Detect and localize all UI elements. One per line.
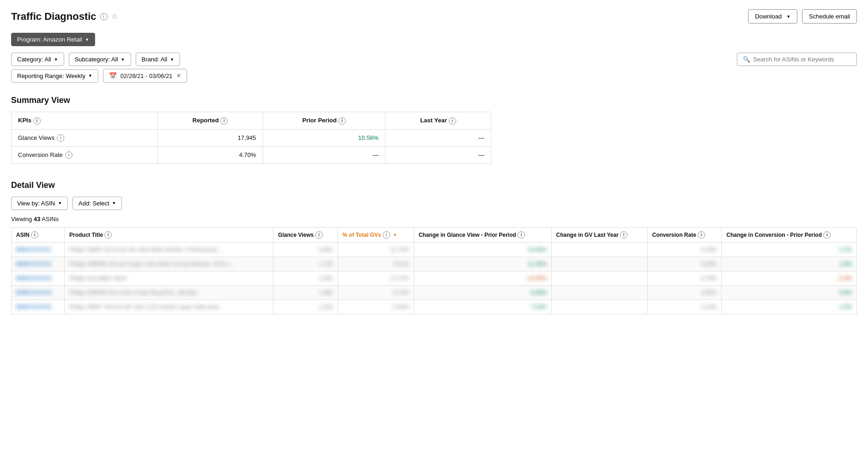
- summary-lastyear-cell: —: [385, 146, 491, 163]
- subcategory-label: Subcategory: All: [75, 56, 118, 63]
- gv-info-icon[interactable]: i: [315, 231, 323, 239]
- subcategory-filter-button[interactable]: Subcategory: All ▼: [69, 53, 131, 66]
- product-title-cell: Philips 439P9H 43.4-inch 4-Year BusyPlus…: [64, 285, 273, 300]
- view-by-chevron: ▼: [58, 201, 62, 205]
- kpi-info-icon[interactable]: i: [57, 134, 64, 142]
- table-row: B08XXXXXX2 Philips 499P9H 49-inch Super …: [12, 257, 857, 271]
- date-range-clear-icon[interactable]: ✕: [176, 72, 181, 79]
- col-glance-views: Glance Views i: [273, 227, 338, 242]
- change-last-year-cell: [551, 242, 647, 257]
- date-range-value: 02/28/21 - 03/06/21: [121, 72, 173, 79]
- header-actions: Download Schedule email: [748, 9, 857, 24]
- conversion-rate-cell: 4.70%: [647, 271, 722, 285]
- page-title: Traffic Diagnostic: [11, 11, 96, 23]
- reporting-range-label: Reporting Range: Weekly: [17, 72, 85, 79]
- detail-section: Detail View View by: ASIN ▼ Add: Select …: [11, 180, 857, 314]
- reporting-range-button[interactable]: Reporting Range: Weekly ▼: [11, 69, 98, 83]
- lastyear-info-icon[interactable]: i: [449, 117, 456, 125]
- asin-info-icon[interactable]: i: [31, 231, 38, 239]
- col-asin: ASIN i: [12, 227, 65, 242]
- col-change-conversion: Change in Conversion - Prior Period i: [722, 227, 857, 242]
- asin-cell[interactable]: B08XXXXXX1: [12, 242, 65, 257]
- title-area: Traffic Diagnostic i ☆: [11, 11, 118, 23]
- detail-table: ASIN i Product Title i Glance Views i % …: [11, 227, 857, 314]
- conversion-rate-cell: 3.90%: [647, 285, 722, 300]
- pct-sort-icon[interactable]: ▼: [393, 233, 397, 237]
- kpis-info-icon[interactable]: i: [33, 117, 41, 125]
- summary-header-row: KPIs i Reported i Prior Period i Last Ye…: [12, 112, 491, 130]
- table-row: B08XXXXXX3 Philips SoundBar Silver 1,650…: [12, 271, 857, 285]
- pct-total-cell: 21.70%: [338, 242, 414, 257]
- category-chevron: ▼: [54, 57, 58, 62]
- change-prior-cell: 11.30%: [414, 257, 551, 271]
- asin-cell[interactable]: B08XXXXXX2: [12, 257, 65, 271]
- ccpp-info-icon[interactable]: i: [823, 231, 831, 239]
- summary-col-last-year: Last Year i: [385, 112, 491, 130]
- change-conversion-cell: 1.8%: [722, 257, 857, 271]
- date-range-row: Reporting Range: Weekly ▼ 📅 02/28/21 - 0…: [11, 69, 857, 83]
- change-prior-cell: 13.45%: [414, 242, 551, 257]
- viewing-count: 43: [34, 216, 40, 222]
- product-title-cell: Philips 488P1 54.6-inch 4K Ultra-Wide Mo…: [64, 242, 273, 257]
- change-conversion-cell: 2.1%: [722, 242, 857, 257]
- summary-reported-cell: 17,945: [157, 129, 263, 146]
- search-icon: 🔍: [743, 56, 750, 63]
- category-label: Category: All: [17, 56, 51, 63]
- change-last-year-cell: [551, 300, 647, 314]
- summary-title: Summary View: [11, 96, 857, 105]
- detail-header-row: ASIN i Product Title i Glance Views i % …: [12, 227, 857, 242]
- product-title-cell: Philips 499P7 49-inch 5K color LCD monit…: [64, 300, 273, 314]
- calendar-icon: 📅: [109, 72, 117, 79]
- page-header: Traffic Diagnostic i ☆ Download Schedule…: [11, 9, 857, 24]
- program-filter-row: Program: Amazon Retail ▼: [11, 33, 857, 46]
- asin-cell[interactable]: B08XXXXXX3: [12, 271, 65, 285]
- add-select-button[interactable]: Add: Select ▼: [72, 197, 122, 210]
- program-filter-button[interactable]: Program: Amazon Retail ▼: [11, 33, 95, 46]
- summary-section: Summary View KPIs i Reported i Prior Per…: [11, 96, 857, 164]
- search-input[interactable]: [753, 56, 851, 63]
- brand-filter-button[interactable]: Brand: All ▼: [136, 53, 181, 66]
- kpi-info-icon[interactable]: i: [65, 151, 72, 159]
- glance-views-cell: 1,650: [273, 271, 338, 285]
- cgvpp-info-icon[interactable]: i: [518, 231, 525, 239]
- cgvly-info-icon[interactable]: i: [620, 231, 627, 239]
- product-title-cell: Philips SoundBar Silver: [64, 271, 273, 285]
- view-by-button[interactable]: View by: ASIN ▼: [11, 197, 68, 210]
- category-filter-button[interactable]: Category: All ▼: [11, 53, 64, 66]
- viewing-text: Viewing 43 ASINs: [11, 216, 857, 222]
- detail-title: Detail View: [11, 180, 857, 190]
- reporting-chevron: ▼: [88, 73, 92, 78]
- asin-cell[interactable]: B08XXXXXX4: [12, 285, 65, 300]
- detail-controls: View by: ASIN ▼ Add: Select ▼: [11, 197, 857, 210]
- summary-lastyear-cell: —: [385, 129, 491, 146]
- change-prior-cell: -14.55%: [414, 271, 551, 285]
- pct-info-icon[interactable]: i: [383, 231, 390, 239]
- col-change-last-year: Change in GV Last Year i: [551, 227, 647, 242]
- cr-info-icon[interactable]: i: [698, 231, 705, 239]
- title-info-icon[interactable]: i: [100, 13, 108, 20]
- search-box: 🔍: [737, 53, 857, 66]
- change-prior-cell: 7.22%: [414, 300, 551, 314]
- title-star-icon[interactable]: ☆: [111, 12, 118, 21]
- add-select-chevron: ▼: [112, 201, 116, 205]
- pct-total-cell: 5.56%: [338, 300, 414, 314]
- summary-row: Conversion Rate i 4.70% — —: [12, 146, 491, 163]
- glance-views-cell: 1,320: [273, 300, 338, 314]
- summary-col-kpis: KPIs i: [12, 112, 158, 130]
- title-info-icon2[interactable]: i: [104, 231, 112, 239]
- prior-info-icon[interactable]: i: [338, 117, 346, 125]
- reported-info-icon[interactable]: i: [220, 117, 228, 125]
- summary-reported-cell: 4.70%: [157, 146, 263, 163]
- col-conversion-rate: Conversion Rate i: [647, 227, 722, 242]
- asin-cell[interactable]: B08XXXXXX5: [12, 300, 65, 314]
- conversion-rate-cell: 5.80%: [647, 257, 722, 271]
- pct-total-cell: 6.17%: [338, 285, 414, 300]
- download-button[interactable]: Download: [748, 9, 797, 24]
- date-range-chip: 📅 02/28/21 - 03/06/21 ✕: [103, 69, 187, 83]
- summary-col-prior: Prior Period i: [263, 112, 385, 130]
- schedule-email-button[interactable]: Schedule email: [802, 9, 857, 24]
- change-conversion-cell: -2.3%: [722, 271, 857, 285]
- viewing-suffix: ASINs: [42, 216, 59, 222]
- summary-prior-cell: 10.56%: [263, 129, 385, 146]
- table-row: B08XXXXXX4 Philips 439P9H 43.4-inch 4-Ye…: [12, 285, 857, 300]
